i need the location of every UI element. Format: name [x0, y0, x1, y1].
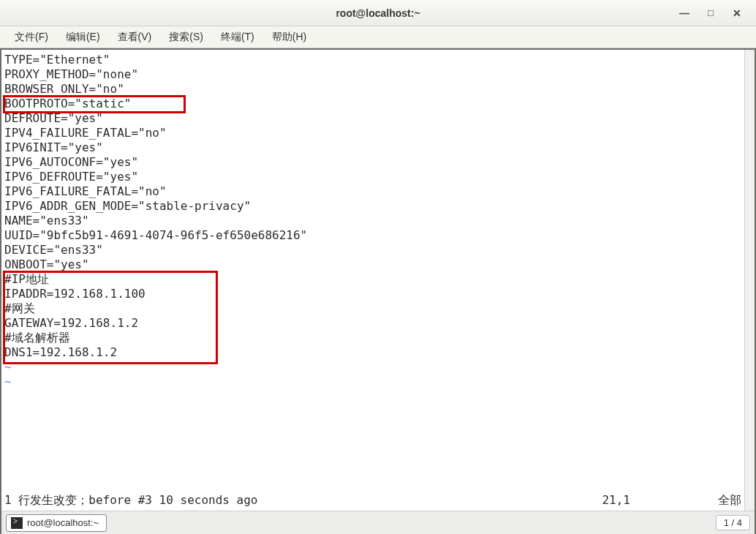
titlebar-buttons [671, 4, 750, 23]
terminal-content[interactable]: TYPE="Ethernet"PROXY_METHOD="none"BROWSE… [4, 53, 741, 508]
taskbar-terminal-item[interactable]: root@localhost:~ [6, 514, 107, 532]
terminal-line: TYPE="Ethernet" [4, 53, 741, 67]
terminal-line: DNS1=192.168.1.2 [4, 345, 741, 360]
terminal-line: IPV4_FAILURE_FATAL="no" [4, 126, 741, 140]
terminal-line: PROXY_METHOD="none" [4, 67, 741, 82]
statusline-view: 全部 [718, 493, 741, 508]
statusline-message: 1 行发生改变；before #3 10 seconds ago [4, 493, 257, 508]
terminal-line: UUID="9bfc5b91-4691-4074-96f5-ef650e6862… [4, 228, 741, 243]
terminal-line: IPV6_FAILURE_FATAL="no" [4, 184, 741, 199]
window-title: root@localhost:~ [336, 7, 420, 19]
statusline-position: 21,1 [602, 493, 630, 508]
terminal-line: IPADDR=192.168.1.100 [4, 287, 741, 301]
terminal-line: BROWSER_ONLY="no" [4, 82, 741, 97]
close-button[interactable] [724, 4, 750, 23]
terminal-line: #网关 [4, 301, 741, 316]
taskbar-item-label: root@localhost:~ [27, 517, 99, 528]
taskbar: root@localhost:~ 1 / 4 [1, 511, 755, 534]
menu-file[interactable]: 文件(F) [6, 28, 57, 47]
terminal-line: GATEWAY=192.168.1.2 [4, 316, 741, 331]
taskbar-workspace-indicator[interactable]: 1 / 4 [716, 515, 750, 530]
terminal-line: IPV6_AUTOCONF="yes" [4, 155, 741, 170]
terminal-line: ~ [4, 375, 741, 389]
terminal-line: IPV6_DEFROUTE="yes" [4, 170, 741, 184]
terminal-line: NAME="ens33" [4, 214, 741, 228]
terminal-line: #IP地址 [4, 272, 741, 287]
terminal-line: DEVICE="ens33" [4, 243, 741, 257]
terminal-line: IPV6_ADDR_GEN_MODE="stable-privacy" [4, 199, 741, 214]
terminal-line: BOOTPROTO="static" [4, 97, 741, 111]
menu-view[interactable]: 查看(V) [109, 28, 161, 47]
terminal-scrollbar[interactable] [744, 50, 755, 511]
terminal-line: ~ [4, 360, 741, 375]
minimize-button[interactable] [671, 4, 698, 23]
vim-statusline: 1 行发生改变；before #3 10 seconds ago 21,1 全部 [4, 493, 741, 508]
terminal-area[interactable]: TYPE="Ethernet"PROXY_METHOD="none"BROWSE… [1, 50, 755, 511]
terminal-line: IPV6INIT="yes" [4, 140, 741, 155]
terminal-line: #域名解析器 [4, 331, 741, 345]
menu-edit[interactable]: 编辑(E) [57, 28, 109, 47]
terminal-line: DEFROUTE="yes" [4, 111, 741, 126]
menu-search[interactable]: 搜索(S) [160, 28, 212, 47]
menu-help[interactable]: 帮助(H) [263, 28, 315, 47]
terminal-icon [11, 517, 23, 529]
titlebar: root@localhost:~ [0, 0, 756, 26]
terminal-line: ONBOOT="yes" [4, 257, 741, 272]
maximize-button[interactable] [698, 4, 724, 23]
terminal-frame: TYPE="Ethernet"PROXY_METHOD="none"BROWSE… [0, 48, 756, 534]
menu-terminal[interactable]: 终端(T) [212, 28, 263, 47]
menubar: 文件(F) 编辑(E) 查看(V) 搜索(S) 终端(T) 帮助(H) [0, 26, 756, 48]
workspace-label: 1 / 4 [724, 517, 742, 528]
terminal-window: root@localhost:~ 文件(F) 编辑(E) 查看(V) 搜索(S)… [0, 0, 756, 534]
